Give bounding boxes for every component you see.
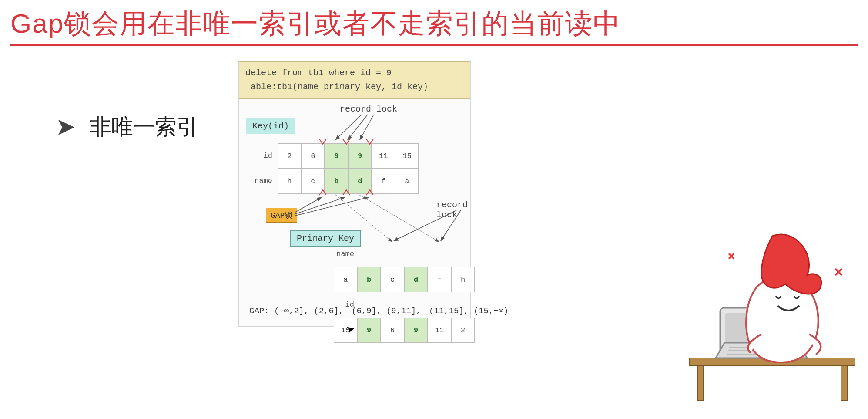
svg-line-0 <box>335 115 362 140</box>
gap-post: (11,15], (15,+∞) <box>429 306 508 316</box>
table-cell: b <box>357 267 381 292</box>
row-label-id: id <box>252 143 276 169</box>
table-cell: 9 <box>404 318 428 343</box>
table-cell: f <box>428 267 451 292</box>
table-cell: 9 <box>348 143 372 169</box>
bullet-arrow-icon: ➤ <box>57 115 75 139</box>
table-cell: 6 <box>301 143 325 169</box>
bullet-text: 非唯一索引 <box>90 115 198 139</box>
table-cell: 9 <box>325 143 348 169</box>
table-cell: d <box>348 169 372 194</box>
table-cell: 11 <box>372 143 395 169</box>
table-cell: h <box>278 169 301 194</box>
svg-line-5 <box>295 197 369 216</box>
title-underline <box>10 44 858 46</box>
row-label-name-2: name <box>334 242 358 267</box>
table-cell: b <box>325 169 348 194</box>
table-cell: 2 <box>451 318 475 343</box>
record-lock-label-1: record lock <box>340 104 397 114</box>
table-cell: 11 <box>428 318 451 343</box>
table-cell: 6 <box>381 318 404 343</box>
gap-highlighted-intervals: (6,9], (9,11], <box>349 305 424 317</box>
svg-line-4 <box>295 197 345 214</box>
page-title: Gap锁会用在非唯一索引或者不走索引的当前读中 <box>0 0 868 42</box>
mascot-illustration <box>664 227 864 402</box>
gap-pre: (-∞,2], (2,6], <box>274 306 349 316</box>
table-cell: f <box>372 169 395 194</box>
bullet-non-unique-index: ➤ 非唯一索引 <box>57 112 198 142</box>
record-lock-label-2: record lock <box>436 200 470 220</box>
gap-lock-label: GAP锁 <box>266 208 297 223</box>
sql-box: delete from tb1 where id = 9 Table:tb1(n… <box>239 61 470 99</box>
svg-line-2 <box>360 115 374 140</box>
svg-rect-12 <box>841 366 847 401</box>
gap-prefix: GAP: <box>249 306 269 316</box>
svg-line-7 <box>359 195 439 242</box>
sql-line-2: Table:tb1(name primary key, id key) <box>245 80 464 94</box>
svg-line-1 <box>348 115 368 140</box>
table-cell: c <box>301 169 325 194</box>
svg-rect-11 <box>697 366 704 401</box>
sql-line-1: delete from tb1 where id = 9 <box>245 66 464 80</box>
svg-line-3 <box>295 197 322 212</box>
gap-lock-diagram: delete from tb1 where id = 9 Table:tb1(n… <box>238 61 471 327</box>
key-id-label: Key(id) <box>246 118 295 134</box>
table-cell: d <box>404 267 428 292</box>
table-cell: 9 <box>357 318 381 343</box>
gap-intervals-line: GAP: (-∞,2], (2,6], (6,9], (9,11], (11,1… <box>249 306 509 316</box>
table-cell: 15 <box>395 143 419 169</box>
table-cell: a <box>395 169 419 194</box>
table-cell: c <box>381 267 404 292</box>
table-cell: 2 <box>278 143 301 169</box>
secondary-index-table: id 26991115 name hcbdfa <box>252 143 419 194</box>
row-label-name: name <box>252 169 276 194</box>
table-cell: a <box>334 267 357 292</box>
table-cell: h <box>451 267 475 292</box>
